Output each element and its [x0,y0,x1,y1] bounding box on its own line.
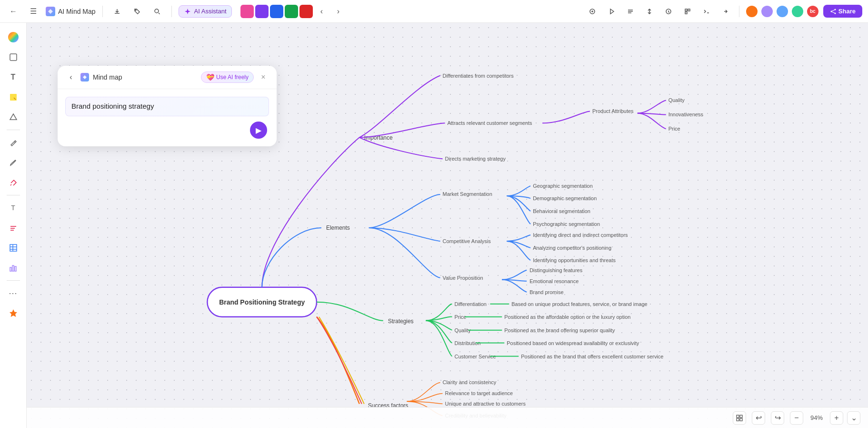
avatar-5: bc [806,5,819,18]
directs-label: Directs marketing strategy [445,156,506,162]
ai-assistant-button[interactable]: AI Assistant [179,5,232,18]
panel-send-button[interactable]: ▶ [250,122,267,139]
zoom-dropdown-button[interactable]: ⌄ [847,411,860,425]
center-node-label: Brand Positioning Strategy [219,298,305,306]
curve-dist [502,270,527,280]
curve-behav [507,196,530,211]
back-button[interactable]: ← [6,4,21,19]
sidebar-sticky-icon[interactable] [5,89,22,106]
user-avatars: bc [745,5,819,18]
ident-direct-label: Identifying direct and indirect competit… [533,232,628,238]
canvas[interactable]: ‹ Mind map 💝 Use AI freely × Brand posit… [27,23,868,428]
sidebar-shapes-icon[interactable] [5,109,22,126]
elements-label: Elements [326,224,350,231]
undo-icon: ↩ [756,413,762,422]
menu-button[interactable]: ☰ [26,4,41,19]
curve-importance [262,137,359,287]
tag-button[interactable] [130,4,145,19]
curve-diff [359,76,440,138]
svg-point-8 [834,9,836,10]
panel-header-right: 💝 Use AI freely × [201,71,269,83]
more-dots: ··· [9,288,17,298]
panel-text-display: Brand positioning strategy [65,97,269,116]
sidebar-more-icon[interactable]: ··· [5,285,22,302]
zoom-in-button[interactable]: + [830,411,843,425]
customer-service-detail: Positioned as the brand that offers exce… [521,354,663,359]
analyzing-label: Analyzing competitor's positioning [533,245,611,251]
chevron-right-collab[interactable]: › [331,4,346,19]
curve-prod-attr-line [542,111,590,123]
price-strat-label: Price [454,314,466,320]
psycho-label: Psychographic segmentation [533,221,600,227]
sidebar-text-icon[interactable]: T [5,69,22,86]
left-sidebar: T T ··· [0,23,27,428]
sidebar-list-icon[interactable] [5,219,22,236]
market-seg-label: Market Segmentation [443,191,492,197]
menu-icon: ☰ [30,7,37,16]
panel-close-button[interactable]: × [258,71,269,83]
sidebar-eraser-icon[interactable] [5,174,22,191]
sidebar-text2-icon[interactable]: T [5,199,22,216]
sidebar-palette-icon[interactable] [5,29,22,46]
svg-rect-5 [685,9,687,11]
layout-icon-btn[interactable] [733,411,746,425]
undo-button[interactable]: ↩ [752,411,765,425]
toolbar-right-btn-2[interactable] [604,4,619,19]
download-button[interactable] [110,4,125,19]
svg-rect-21 [10,267,11,271]
quality-label: Quality [668,97,685,103]
svg-point-10 [834,12,836,14]
svg-point-1 [155,9,159,13]
sidebar-table-icon[interactable] [5,239,22,256]
app-title: AI Mind Map [46,7,96,16]
sidebar-brush-icon[interactable] [5,154,22,171]
sidebar-chart-icon[interactable] [5,259,22,276]
toolbar-right-btn-3[interactable] [623,4,638,19]
panel-title: Mind map [93,73,122,81]
svg-rect-24 [737,415,739,418]
redo-icon: ↪ [775,413,781,422]
toolbar-left: ← ☰ AI Mind Map AI Assistant [6,4,581,19]
curve-differentiation [426,304,452,321]
search-button[interactable] [150,4,165,19]
toolbar-right-btn-7[interactable] [699,4,714,19]
curve-quality-strat [426,321,452,330]
zoom-in-icon: + [834,414,838,422]
avatar-1 [745,5,758,18]
sidebar-frame-icon[interactable] [5,49,22,66]
panel-header-left: ‹ Mind map [65,71,122,83]
demo-label: Demographic segmentation [533,195,597,201]
value-prop-label: Value Proposition [443,275,483,281]
chevron-left-collab[interactable]: ‹ [314,4,329,19]
toolbar-right-btn-4[interactable] [642,4,657,19]
ai-freely-button[interactable]: 💝 Use AI freely [201,71,254,83]
comp-analysis-label: Competitive Analysis [443,238,491,244]
zoom-level-display: 94% [807,414,826,421]
differentiates-label: Differentiates from competitors [443,73,514,79]
share-button[interactable]: Share [823,5,862,18]
strategies-label: Strategies [388,318,414,325]
bottom-bar: ↩ ↪ − 94% + ⌄ [27,407,868,428]
sidebar-pen-icon[interactable] [5,134,22,151]
relevance-label: Relevance to target audience [445,390,513,396]
collab-icon-5 [299,5,313,18]
sidebar-brand-icon[interactable] [5,305,22,322]
app-logo [46,7,55,16]
svg-rect-22 [12,265,14,271]
avatar-4 [791,5,804,18]
curve-price [638,113,666,129]
zoom-out-button[interactable]: − [790,411,803,425]
send-icon: ▶ [256,126,261,135]
svg-rect-11 [10,54,17,61]
redo-button[interactable]: ↪ [771,411,784,425]
toolbar-right-btn-8[interactable] [718,4,733,19]
toolbar-right-btn-6[interactable] [680,4,695,19]
opps-label: Identifying opportunities and threats [533,257,616,263]
collab-icon-3 [270,5,283,18]
curve-price-strat [426,316,452,320]
curve-quality [638,100,666,113]
panel-back-button[interactable]: ‹ [65,71,77,83]
toolbar-right-btn-5[interactable] [661,4,676,19]
sidebar-divider-3 [7,280,20,281]
toolbar-right-btn-1[interactable] [585,4,600,19]
